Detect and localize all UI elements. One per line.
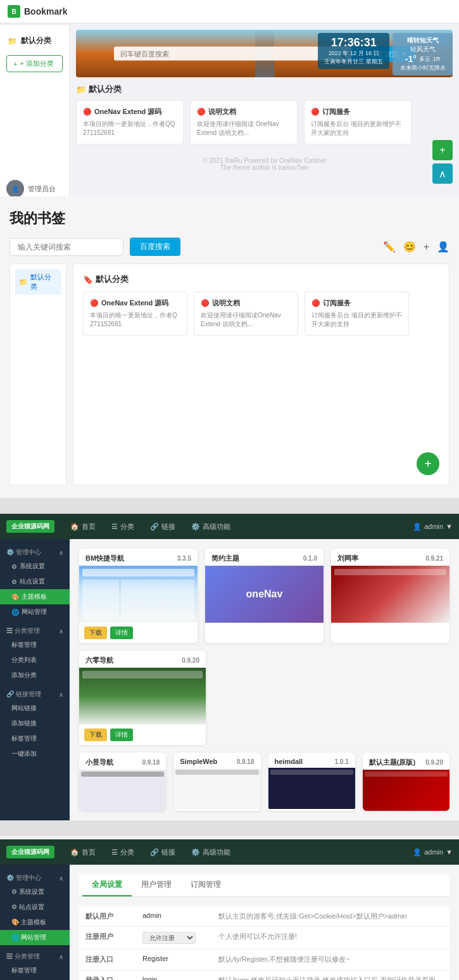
section4-admin-config: 企业猫源码网 🏠 首页 ☰ 分类 🔗 链接 ⚙️ 高级功能 👤 admin ▼ bbox=[0, 839, 459, 980]
edit-icon[interactable]: ✏️ bbox=[383, 241, 396, 253]
sidebar-site-4[interactable]: ⚙ 站点设置 bbox=[0, 900, 70, 915]
s2-sidebar: 📁 默认分类 bbox=[9, 264, 66, 485]
s2-bm-desc-1: 欢迎使用请仔细阅读OneNav Extend 说明文档... bbox=[201, 311, 291, 329]
chevron-icon-cat: ∧ bbox=[59, 628, 63, 635]
add-category-btn[interactable]: + + 添加分类 bbox=[6, 55, 63, 72]
group-admin-title[interactable]: ⚙️ 管理中心 ∧ bbox=[0, 544, 70, 559]
admin-user-4[interactable]: 👤 admin ▼ bbox=[413, 848, 453, 856]
s1-fab-plus[interactable]: + bbox=[432, 140, 453, 160]
admin-nav-cat-4[interactable]: ☰ 分类 bbox=[105, 844, 141, 860]
sidebar-system-4[interactable]: ⚙ 系统设置 bbox=[0, 884, 70, 900]
cfg-desc-3: 默认/login,修改后已知止无法登录,修改成功好入口后,否则记住登录页面 bbox=[212, 970, 450, 980]
admin-nav-link-4[interactable]: 🔗 链接 bbox=[144, 844, 182, 860]
sidebar-cat-list[interactable]: 分类列表 bbox=[0, 652, 70, 668]
section1-bookmark-app: B Bookmark 📁 默认分类 + + 添加分类 👤 管理员台 🔍 bbox=[0, 0, 459, 196]
s1-avatar[interactable]: 👤 bbox=[6, 180, 24, 198]
group-link: 🔗 链接管理 ∧ 网站链接 添加链接 标签管理 一键添加 bbox=[0, 686, 70, 761]
bookmark-card-1[interactable]: 🔴 说明文档 欢迎使用请仔细阅读 OneNav Extend 说明文档... bbox=[190, 100, 298, 144]
s2-bookmark-2[interactable]: 🔴 订阅服务 订阅服务后台 项目的更新维护不开大家的支持 bbox=[305, 291, 409, 336]
theme-preview-bm bbox=[79, 566, 198, 623]
group-admin-title-4[interactable]: ⚙️ 管理中心 ∧ bbox=[0, 870, 70, 884]
sidebar-tags-4[interactable]: 标签管理 bbox=[0, 963, 70, 978]
sidebar-theme-4[interactable]: 🎨 主题模板 bbox=[0, 915, 70, 930]
s2-bookmark-0[interactable]: 🔴 OneNav Extend 源码 本项目的唯一更新地址，作者Q 271152… bbox=[83, 291, 187, 336]
bookmark-card-0[interactable]: 🔴 OneNav Extend 源码 本项目的唯一更新地址，作者QQ 27115… bbox=[76, 100, 184, 144]
s2-search-btn[interactable]: 百度搜索 bbox=[130, 238, 180, 256]
admin-nav-link-3[interactable]: 🔗 链接 bbox=[144, 519, 182, 535]
theme-detail-btn-bm[interactable]: 详情 bbox=[110, 627, 133, 639]
s1-sidebar: 📁 默认分类 + + 添加分类 👤 管理员台 bbox=[0, 25, 70, 196]
admin-nav-home-4[interactable]: 🏠 首页 bbox=[64, 844, 102, 860]
admin-nav-3: 企业猫源码网 🏠 首页 ☰ 分类 🔗 链接 ⚙️ 高级功能 👤 admin ▼ bbox=[0, 514, 459, 539]
group-link-title[interactable]: 🔗 链接管理 ∧ bbox=[0, 686, 70, 701]
bookmark-icon-s2: 🔖 bbox=[83, 275, 93, 284]
s2-bookmark-1[interactable]: 🔴 说明文档 欢迎使用请仔细阅读OneNav Extend 说明文档... bbox=[194, 291, 298, 336]
bookmark-icon-2: 🔴 bbox=[311, 108, 320, 116]
admin-nav-adv-4[interactable]: ⚙️ 高级功能 bbox=[185, 844, 237, 860]
bookmark-desc-0: 本项目的唯一更新地址，作者QQ 271152681 bbox=[83, 120, 177, 137]
cfg-val-2: Register bbox=[136, 950, 212, 970]
tab-subscribe[interactable]: 订阅管理 bbox=[181, 874, 230, 896]
folder-icon-2: 📁 bbox=[76, 85, 86, 94]
s1-search-input[interactable] bbox=[114, 47, 330, 61]
group-cat-title[interactable]: ☰ 分类管理 ∧ bbox=[0, 623, 70, 637]
user-avatar-icon-4: 👤 bbox=[413, 848, 422, 856]
admin-logo-4: 企业猫源码网 bbox=[6, 846, 54, 858]
site-icon: ⚙ bbox=[11, 578, 17, 585]
sidebar-theme-mgmt[interactable]: 🎨主题模板 bbox=[0, 589, 70, 604]
s1-section-heading: 📁 默认分类 bbox=[76, 84, 453, 95]
cfg-desc-0: 默认主页的游客号,优先级:Get>Cookie/Host>默认用户>admin bbox=[212, 907, 450, 927]
s2-fab-plus[interactable]: + bbox=[417, 452, 439, 475]
group-cat-4: ☰ 分类管理 ∧ 标签管理 分类列表 添加分类 bbox=[0, 948, 70, 980]
sidebar-site-settings[interactable]: ⚙站点设置 bbox=[0, 574, 70, 589]
sidebar-item-default[interactable]: 📁 默认分类 bbox=[0, 30, 69, 51]
theme-dl-liuren[interactable]: 下载 bbox=[84, 729, 107, 741]
s1-logo: B Bookmark bbox=[8, 5, 67, 18]
s1-bookmarks-grid: 🔴 OneNav Extend 源码 本项目的唯一更新地址，作者QQ 27115… bbox=[76, 100, 453, 144]
link-icon-3: 🔗 bbox=[150, 523, 159, 531]
theme-preview-liurenav bbox=[79, 668, 206, 725]
admin-nav-cat-3[interactable]: ☰ 分类 bbox=[105, 519, 141, 535]
tab-users[interactable]: 用户管理 bbox=[132, 874, 181, 896]
chevron-icon-cat-4: ∧ bbox=[59, 953, 63, 960]
theme-name-simpleweb: SimpleWeb bbox=[180, 758, 217, 765]
config-row-0: 默认用户 admin 默认主页的游客号,优先级:Get>Cookie/Host>… bbox=[79, 907, 450, 927]
s2-sidebar-default[interactable]: 📁 默认分类 bbox=[15, 269, 61, 295]
admin-nav-home-3[interactable]: 🏠 首页 bbox=[64, 519, 102, 535]
admin-label: 管理员台 bbox=[28, 184, 56, 194]
s2-toolbar-icons: ✏️ 😊 + 👤 bbox=[383, 241, 450, 253]
sidebar-system-settings[interactable]: ⚙系统设置 bbox=[0, 559, 70, 574]
theme-header-liu: 刘网率 0.9.21 bbox=[331, 549, 450, 566]
sidebar-add-cat[interactable]: 添加分类 bbox=[0, 668, 70, 683]
admin-user-3[interactable]: 👤 admin ▼ bbox=[413, 523, 453, 531]
chevron-icon-link: ∧ bbox=[59, 691, 63, 698]
cfg-val-1[interactable]: 允许注册 不允许注册 bbox=[136, 927, 212, 950]
sidebar-oneclick-add[interactable]: 一键添加 bbox=[0, 746, 70, 761]
add-icon[interactable]: + bbox=[424, 241, 429, 253]
theme-grid-row2: 六零导航 0.9.20 下载 详情 bbox=[79, 651, 450, 745]
tab-global[interactable]: 全局设置 bbox=[82, 874, 132, 896]
sidebar-tag-mgmt[interactable]: 标签管理 bbox=[0, 637, 70, 652]
bookmark-card-2[interactable]: 🔴 订阅服务 订阅服务后台 项目的更新维护不开大家的支持 bbox=[304, 100, 412, 144]
theme-footer-bm: 下载 详情 bbox=[79, 623, 198, 643]
sidebar-web-mgmt-4[interactable]: 🌐 网站管理 bbox=[0, 930, 70, 945]
theme-name-xiaoyu: 小昱导航 bbox=[85, 758, 113, 767]
admin-nav-adv-3[interactable]: ⚙️ 高级功能 bbox=[185, 519, 237, 535]
s1-fab-group: + ∧ bbox=[432, 140, 453, 184]
cfg-select-register[interactable]: 允许注册 不允许注册 bbox=[142, 932, 196, 944]
s1-fab-up[interactable]: ∧ bbox=[432, 163, 453, 184]
user-icon[interactable]: 👤 bbox=[437, 241, 450, 253]
sidebar-add-link[interactable]: 添加链接 bbox=[0, 716, 70, 731]
gear-icon: ⚙ bbox=[11, 563, 17, 570]
adv-icon-4: ⚙️ bbox=[191, 848, 200, 856]
s2-search-input[interactable] bbox=[9, 238, 123, 256]
sidebar-tags-link[interactable]: 标签管理 bbox=[0, 731, 70, 746]
theme-download-btn-bm[interactable]: 下载 bbox=[84, 627, 107, 639]
theme-detail-liuren[interactable]: 详情 bbox=[110, 729, 133, 741]
group-cat-title-4[interactable]: ☰ 分类管理 ∧ bbox=[0, 948, 70, 963]
weather-desc: 多云 bbox=[419, 55, 431, 63]
emoji-icon[interactable]: 😊 bbox=[403, 241, 416, 253]
sidebar-site-links[interactable]: 网站链接 bbox=[0, 701, 70, 716]
theme-name-default: 默认主题(原版) bbox=[369, 758, 415, 767]
sidebar-site-mgmt[interactable]: 🌐网站管理 bbox=[0, 604, 70, 620]
